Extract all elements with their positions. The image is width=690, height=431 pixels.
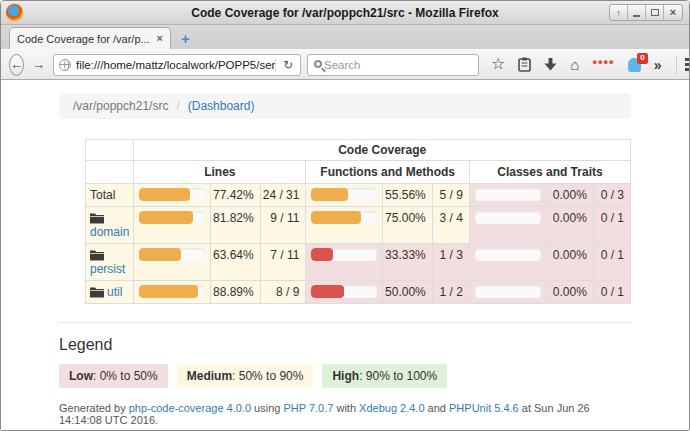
lines-percent: 77.42% — [211, 184, 261, 207]
table-corner-cell — [86, 161, 134, 184]
footer-note: Generated by php-code-coverage 4.0.0 usi… — [59, 402, 631, 426]
classes-progress-track — [475, 188, 541, 201]
folder-link-domain[interactable]: domain — [90, 225, 129, 239]
functions-bar-cell — [306, 207, 383, 244]
tab-code-coverage[interactable]: Code Coverage for /var/p... × — [9, 27, 171, 49]
functions-progress-track — [311, 211, 377, 224]
bookmarks-menu-icon[interactable] — [518, 57, 531, 72]
page-content: /var/poppch21/src / (Dashboard) Code Cov… — [1, 80, 689, 430]
title-bar: Code Coverage for /var/poppch21/src - Mo… — [1, 1, 689, 25]
row-name-cell: domain — [86, 207, 134, 244]
table-row: util88.89%8 / 950.00%1 / 20.00%0 / 1 — [86, 281, 631, 304]
lines-bar-cell — [134, 244, 211, 281]
home-icon[interactable]: ⌂ — [570, 56, 579, 73]
lines-bar-cell — [134, 281, 211, 304]
minimize-icon — [633, 15, 640, 17]
folder-icon — [90, 249, 104, 261]
functions-progress-bar — [311, 211, 360, 224]
overflow-chevron-icon[interactable]: » — [654, 57, 662, 73]
url-bar[interactable]: ↻ — [53, 54, 301, 76]
search-input[interactable] — [324, 59, 478, 71]
new-tab-button[interactable]: + — [171, 30, 200, 49]
lines-progress-track — [139, 211, 205, 224]
classes-bar-cell — [469, 207, 546, 244]
lines-progress-track — [139, 188, 205, 201]
functions-bar-cell — [306, 244, 383, 281]
maximize-button[interactable] — [646, 5, 664, 20]
folder-link-util[interactable]: util — [107, 285, 122, 299]
functions-progress-bar — [311, 188, 347, 201]
row-name-cell: Total — [86, 184, 134, 207]
bookmark-star-icon[interactable]: ☆ — [491, 54, 505, 73]
site-identity-globe-icon[interactable] — [59, 59, 71, 71]
maximize-icon — [651, 9, 659, 16]
lines-bar-cell — [134, 184, 211, 207]
table-row: domain81.82%9 / 1175.00%3 / 40.00%0 / 1 — [86, 207, 631, 244]
window-controls: ↑ × — [609, 4, 683, 21]
lines-progress-bar — [139, 188, 190, 201]
lines-progress-bar — [139, 285, 197, 298]
column-header-functions: Functions and Methods — [306, 161, 470, 184]
search-icon — [314, 60, 322, 68]
legend-item-high: High: 90% to 100% — [322, 364, 447, 388]
table-corner-cell — [86, 140, 134, 161]
back-button[interactable]: ← — [9, 54, 24, 76]
search-box[interactable] — [307, 54, 479, 76]
functions-progress-bar — [311, 285, 344, 298]
classes-percent: 0.00% — [546, 184, 593, 207]
functions-percent: 50.00% — [383, 281, 433, 304]
downloads-icon[interactable] — [544, 58, 557, 72]
forward-button[interactable]: → — [30, 57, 47, 72]
folder-link-persist[interactable]: persist — [90, 262, 125, 276]
classes-count: 0 / 1 — [593, 244, 630, 281]
shade-button[interactable]: ↑ — [610, 5, 628, 20]
lines-progress-bar — [139, 211, 193, 224]
toolbar-buttons: ☆ ⌂ •••• 0 » — [491, 56, 690, 74]
lines-progress-track — [139, 248, 205, 261]
breadcrumb: /var/poppch21/src / (Dashboard) — [59, 93, 631, 119]
firefox-window: Code Coverage for /var/poppch21/src - Mo… — [0, 0, 690, 431]
breadcrumb-path: /var/poppch21/src — [73, 99, 168, 113]
url-input[interactable] — [76, 59, 275, 71]
tab-close-icon[interactable]: × — [157, 33, 163, 44]
footer-text: Generated by — [59, 402, 129, 414]
functions-bar-cell — [306, 281, 383, 304]
lines-percent: 88.89% — [211, 281, 261, 304]
php-code-coverage-link[interactable]: php-code-coverage 4.0.0 — [129, 402, 251, 414]
functions-progress-bar — [311, 248, 333, 261]
extension-badge: 0 — [637, 53, 647, 64]
extension-button[interactable]: 0 — [628, 58, 641, 72]
classes-progress-track — [475, 285, 541, 298]
row-name-cell: persist — [86, 244, 134, 281]
minimize-button[interactable] — [628, 5, 646, 20]
lines-count: 8 / 9 — [260, 281, 306, 304]
coverage-table: Code Coverage Lines Functions and Method… — [85, 139, 631, 304]
functions-progress-track — [311, 248, 377, 261]
breadcrumb-separator: / — [176, 99, 179, 113]
pocket-dots-icon[interactable]: •••• — [592, 54, 614, 69]
tab-label: Code Coverage for /var/p... — [17, 33, 151, 45]
table-row: persist63.64%7 / 1133.33%1 / 30.00%0 / 1 — [86, 244, 631, 281]
legend-item-low: Low: 0% to 50% — [59, 364, 168, 388]
functions-progress-track — [311, 188, 377, 201]
classes-count: 0 / 1 — [593, 207, 630, 244]
classes-progress-track — [475, 248, 541, 261]
functions-count: 1 / 3 — [432, 244, 469, 281]
hamburger-menu-icon[interactable] — [676, 56, 690, 74]
phpunit-link[interactable]: PHPUnit 5.4.6 — [449, 402, 519, 414]
dashboard-link[interactable]: (Dashboard) — [188, 99, 255, 113]
tab-bar: Code Coverage for /var/p... × + — [1, 25, 689, 49]
php-link[interactable]: PHP 7.0.7 — [283, 402, 333, 414]
lines-percent: 81.82% — [211, 207, 261, 244]
legend: Low: 0% to 50% Medium: 50% to 90% High: … — [59, 364, 631, 388]
functions-count: 1 / 2 — [432, 281, 469, 304]
lines-count: 24 / 31 — [260, 184, 306, 207]
close-button[interactable]: × — [664, 5, 682, 20]
reload-icon[interactable]: ↻ — [275, 58, 300, 72]
functions-bar-cell — [306, 184, 383, 207]
lines-count: 9 / 11 — [260, 207, 306, 244]
lines-bar-cell — [134, 207, 211, 244]
xdebug-link[interactable]: Xdebug 2.4.0 — [359, 402, 424, 414]
lines-percent: 63.64% — [211, 244, 261, 281]
column-header-lines: Lines — [134, 161, 306, 184]
